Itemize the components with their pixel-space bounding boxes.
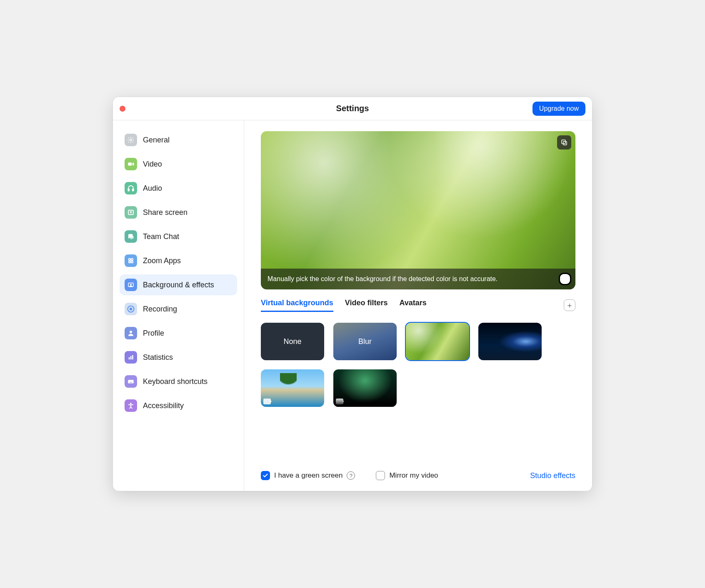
video-icon: [125, 158, 137, 170]
close-window-button[interactable]: [120, 106, 125, 112]
sidebar: GeneralVideoAudioShare screenTeam ChatZo…: [113, 120, 244, 491]
add-background-button[interactable]: ＋: [564, 299, 575, 311]
svg-rect-3: [128, 189, 129, 191]
apps-icon: [125, 254, 137, 267]
mirror-video-label: Mirror my video: [389, 471, 438, 480]
sidebar-item-general[interactable]: General: [120, 130, 237, 150]
sidebar-item-label: Statistics: [143, 353, 173, 362]
svg-point-11: [130, 284, 132, 285]
sidebar-item-video[interactable]: Video: [120, 154, 237, 174]
sidebar-item-label: Team Chat: [143, 232, 179, 241]
background-option-grass[interactable]: [406, 323, 469, 360]
background-option-label: Blur: [358, 337, 372, 346]
tabs-bar: Virtual backgroundsVideo filtersAvatars＋: [261, 299, 575, 312]
svg-point-14: [130, 331, 132, 333]
tab-video-filters[interactable]: Video filters: [345, 299, 388, 312]
svg-rect-16: [130, 356, 132, 359]
sidebar-item-label: Zoom Apps: [143, 257, 181, 265]
stats-icon: [125, 351, 137, 364]
sidebar-item-profile[interactable]: Profile: [120, 323, 237, 344]
rotate-icon: [560, 139, 568, 146]
share-icon: [125, 206, 137, 219]
sidebar-item-audio[interactable]: Audio: [120, 178, 237, 199]
preview-tooltip-text: Manually pick the color of the backgroun…: [268, 275, 498, 282]
background-option-none[interactable]: None: [261, 323, 324, 360]
background-option-aurora[interactable]: [333, 369, 397, 407]
rotate-camera-button[interactable]: [557, 135, 571, 149]
sidebar-item-label: Accessibility: [143, 401, 184, 410]
settings-window: Settings Upgrade now GeneralVideoAudioSh…: [113, 97, 592, 491]
sidebar-item-keyboard-shortcuts[interactable]: Keyboard shortcuts: [120, 371, 237, 392]
sidebar-item-zoom-apps[interactable]: Zoom Apps: [120, 250, 237, 271]
sidebar-item-label: Recording: [143, 305, 177, 314]
studio-effects-link[interactable]: Studio effects: [530, 471, 575, 480]
upgrade-button[interactable]: Upgrade now: [532, 102, 585, 116]
video-preview: Manually pick the color of the backgroun…: [261, 131, 575, 289]
gear-icon: [125, 134, 137, 146]
keyboard-icon: [125, 375, 137, 388]
sidebar-item-label: Profile: [143, 329, 164, 338]
svg-rect-17: [132, 355, 133, 360]
sidebar-item-label: General: [143, 136, 170, 145]
sidebar-item-share-screen[interactable]: Share screen: [120, 202, 237, 223]
sidebar-item-label: Audio: [143, 184, 162, 193]
profile-icon: [125, 327, 137, 339]
preview-tooltip-strip: Manually pick the color of the backgroun…: [261, 269, 575, 289]
chat-icon: [125, 230, 137, 243]
svg-rect-15: [129, 357, 130, 359]
titlebar: Settings Upgrade now: [113, 97, 592, 120]
svg-point-25: [130, 403, 132, 404]
sidebar-item-label: Video: [143, 160, 162, 169]
footer-options: I have a green screen ? Mirror my video …: [261, 463, 575, 480]
sidebar-item-label: Share screen: [143, 208, 188, 217]
window-title: Settings: [113, 104, 592, 113]
check-icon: [262, 473, 268, 478]
sidebar-item-statistics[interactable]: Statistics: [120, 347, 237, 368]
sidebar-item-background-effects[interactable]: Background & effects: [120, 274, 237, 295]
sidebar-item-accessibility[interactable]: Accessibility: [120, 395, 237, 416]
svg-point-0: [130, 139, 132, 141]
svg-point-6: [129, 259, 131, 261]
background-option-label: None: [283, 337, 301, 346]
tab-avatars[interactable]: Avatars: [399, 299, 426, 312]
video-badge-icon: [336, 399, 343, 404]
sidebar-item-recording[interactable]: Recording: [120, 299, 237, 319]
svg-rect-1: [128, 162, 132, 166]
svg-point-8: [129, 261, 131, 263]
svg-marker-2: [132, 162, 134, 166]
svg-rect-18: [128, 380, 134, 383]
background-option-earth[interactable]: [478, 323, 542, 360]
background-icon: [125, 279, 137, 291]
pick-color-button[interactable]: [559, 273, 571, 285]
green-screen-label: I have a green screen: [274, 471, 342, 480]
green-screen-help-icon[interactable]: ?: [347, 471, 355, 480]
svg-rect-27: [563, 142, 567, 145]
video-badge-icon: [263, 399, 271, 404]
mirror-video-checkbox[interactable]: [376, 471, 385, 480]
background-option-beach[interactable]: [261, 369, 324, 407]
background-option-blur[interactable]: Blur: [333, 323, 397, 360]
background-grid: NoneBlur: [261, 323, 575, 407]
accessibility-icon: [125, 399, 137, 412]
svg-point-13: [130, 308, 132, 311]
main-content: Manually pick the color of the backgroun…: [244, 120, 592, 491]
svg-rect-4: [132, 189, 134, 191]
sidebar-item-team-chat[interactable]: Team Chat: [120, 226, 237, 247]
tab-virtual-backgrounds[interactable]: Virtual backgrounds: [261, 299, 333, 312]
svg-point-9: [131, 261, 133, 263]
svg-point-7: [131, 259, 133, 261]
headphones-icon: [125, 182, 137, 194]
record-icon: [125, 303, 137, 315]
sidebar-item-label: Background & effects: [143, 281, 214, 289]
green-screen-checkbox[interactable]: [261, 471, 270, 480]
sidebar-item-label: Keyboard shortcuts: [143, 377, 208, 386]
